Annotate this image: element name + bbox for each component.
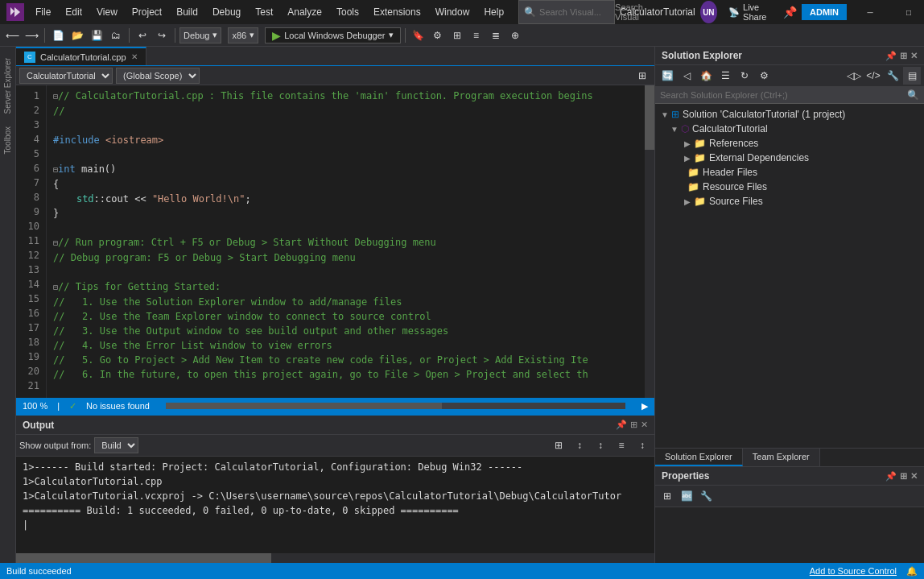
- admin-button[interactable]: ADMIN: [802, 4, 847, 20]
- code-content[interactable]: ⊟// CalculatorTutorial.cpp : This file c…: [47, 85, 645, 398]
- menu-file[interactable]: File: [29, 5, 57, 19]
- solution-arrow[interactable]: ▼: [658, 110, 671, 119]
- ext-deps-arrow[interactable]: ▶: [681, 154, 694, 163]
- search-input[interactable]: [539, 7, 612, 17]
- bookmark-button[interactable]: 🔖: [410, 27, 427, 44]
- tree-item-project[interactable]: ▼ ⬡ CalculatorTutorial: [655, 122, 924, 136]
- menu-edit[interactable]: Edit: [59, 5, 89, 19]
- menu-debug[interactable]: Debug: [206, 5, 247, 19]
- props-wrench-btn[interactable]: 🔧: [697, 487, 715, 505]
- tree-item-resource-files[interactable]: 📁 Resource Files: [655, 180, 924, 194]
- save-all-button[interactable]: 🗂: [107, 27, 125, 44]
- tree-item-source-files[interactable]: ▶ 📁 Source Files: [655, 194, 924, 209]
- file-scope-dropdown[interactable]: CalculatorTutorial: [19, 68, 113, 84]
- scroll-right-btn[interactable]: ▶: [641, 401, 648, 412]
- tree-item-references[interactable]: ▶ 📁 References: [655, 136, 924, 151]
- references-arrow[interactable]: ▶: [681, 139, 694, 148]
- se-wrench-btn[interactable]: 🔧: [884, 67, 901, 85]
- se-pin-button[interactable]: 📌: [885, 51, 897, 61]
- expand-editor-button[interactable]: ⊞: [633, 67, 651, 85]
- user-avatar[interactable]: UN: [700, 1, 717, 23]
- redo-button[interactable]: ↪: [153, 27, 171, 44]
- live-share-button[interactable]: 📡 Live Share: [722, 1, 778, 23]
- run-button[interactable]: ▶ Local Windows Debugger ▾: [265, 27, 400, 43]
- editor-tab-0[interactable]: C CalculatorTutorial.cpp ✕: [16, 47, 146, 65]
- tb-icon-6[interactable]: ⊕: [506, 27, 524, 44]
- maximize-button[interactable]: □: [890, 0, 924, 24]
- platform-dropdown[interactable]: x86 ▾: [228, 27, 258, 43]
- global-scope-dropdown[interactable]: (Global Scope): [116, 68, 200, 84]
- se-tab-solution[interactable]: Solution Explorer: [655, 449, 743, 466]
- se-refresh-btn[interactable]: ↻: [736, 67, 753, 85]
- menu-help[interactable]: Help: [477, 5, 510, 19]
- menu-build[interactable]: Build: [170, 5, 204, 19]
- se-settings-btn[interactable]: ⚙: [755, 67, 773, 85]
- back-button[interactable]: ⟵: [3, 27, 21, 44]
- output-tb-btn-1[interactable]: ⊞: [550, 436, 567, 454]
- props-sort-btn[interactable]: 🔤: [678, 487, 695, 505]
- server-explorer-tab[interactable]: Server Explorer: [2, 53, 14, 118]
- new-file-button[interactable]: 📄: [49, 27, 67, 44]
- pin-icon[interactable]: 📌: [783, 6, 797, 19]
- output-hscrollbar[interactable]: [16, 553, 654, 563]
- se-sync-btn[interactable]: 🔄: [658, 67, 676, 85]
- minimize-button[interactable]: ─: [852, 0, 889, 24]
- menu-view[interactable]: View: [90, 5, 124, 19]
- output-close-button[interactable]: ✕: [641, 420, 648, 430]
- props-expand-button[interactable]: ⊞: [900, 471, 907, 482]
- menu-analyze[interactable]: Analyze: [281, 5, 328, 19]
- add-to-source-link[interactable]: Add to Source Control: [810, 566, 897, 576]
- output-source-dropdown[interactable]: Build: [94, 437, 138, 453]
- output-tb-btn-2[interactable]: ↕: [571, 436, 588, 454]
- editor-hscrollbar-thumb[interactable]: [166, 403, 442, 409]
- props-grid-btn[interactable]: ⊞: [658, 487, 676, 505]
- se-tab-team[interactable]: Team Explorer: [743, 449, 820, 466]
- forward-button[interactable]: ⟶: [23, 27, 40, 44]
- se-home-btn[interactable]: 🏠: [697, 67, 715, 85]
- output-vscrollbar[interactable]: [914, 515, 924, 579]
- tree-item-solution[interactable]: ▼ ⊞ Solution 'CalculatorTutorial' (1 pro…: [655, 107, 924, 122]
- se-preview-btn[interactable]: ◁▷: [845, 67, 863, 85]
- output-pin-button[interactable]: 📌: [616, 420, 627, 430]
- se-search-box[interactable]: 🔍: [655, 87, 924, 104]
- debug-config-dropdown[interactable]: Debug ▾: [179, 27, 221, 43]
- menu-window[interactable]: Window: [429, 5, 476, 19]
- se-close-button[interactable]: ✕: [910, 51, 918, 61]
- menu-extensions[interactable]: Extensions: [367, 5, 427, 19]
- se-active-btn[interactable]: ▤: [903, 67, 921, 85]
- toolbox-tab[interactable]: Toolbox: [2, 122, 14, 159]
- save-button[interactable]: 💾: [88, 27, 105, 44]
- props-pin-button[interactable]: 📌: [885, 471, 897, 482]
- tb-icon-2[interactable]: ⚙: [429, 27, 447, 44]
- code-editor[interactable]: 12345 678910 1112131415 1617181920 21 ⊟/…: [16, 85, 654, 398]
- project-label: CalculatorTutorial: [692, 123, 768, 134]
- tree-item-ext-deps[interactable]: ▶ 📁 External Dependencies: [655, 151, 924, 165]
- tab-close-0[interactable]: ✕: [131, 52, 138, 61]
- open-file-button[interactable]: 📂: [68, 27, 86, 44]
- output-expand-button[interactable]: ⊞: [630, 420, 637, 430]
- tb-icon-4[interactable]: ≡: [468, 27, 485, 44]
- se-search-input[interactable]: [660, 90, 904, 100]
- project-arrow[interactable]: ▼: [668, 125, 681, 134]
- se-code-btn[interactable]: </>: [864, 67, 882, 85]
- output-tb-btn-5[interactable]: ↕: [633, 436, 651, 454]
- output-tb-btn-4[interactable]: ≡: [613, 436, 630, 454]
- editor-hscrollbar[interactable]: [166, 403, 625, 409]
- se-back-btn[interactable]: ◁: [678, 67, 695, 85]
- undo-button[interactable]: ↩: [134, 27, 151, 44]
- se-expand-button[interactable]: ⊞: [900, 51, 907, 61]
- se-filter-btn[interactable]: ☰: [716, 67, 734, 85]
- menu-tools[interactable]: Tools: [330, 5, 365, 19]
- editor-vscrollbar-thumb[interactable]: [645, 85, 654, 150]
- menu-test[interactable]: Test: [249, 5, 279, 19]
- tb-icon-3[interactable]: ⊞: [448, 27, 466, 44]
- title-search-box[interactable]: 🔍 Search Visual: [518, 0, 615, 24]
- tb-icon-5[interactable]: ≣: [487, 27, 505, 44]
- source-files-arrow[interactable]: ▶: [681, 197, 694, 206]
- output-tb-btn-3[interactable]: ↕: [592, 436, 609, 454]
- props-close-button[interactable]: ✕: [910, 471, 918, 482]
- editor-vscrollbar[interactable]: [645, 85, 654, 398]
- menu-project[interactable]: Project: [126, 5, 168, 19]
- tree-item-header-files[interactable]: 📁 Header Files: [655, 165, 924, 180]
- output-hscrollbar-thumb[interactable]: [16, 553, 271, 563]
